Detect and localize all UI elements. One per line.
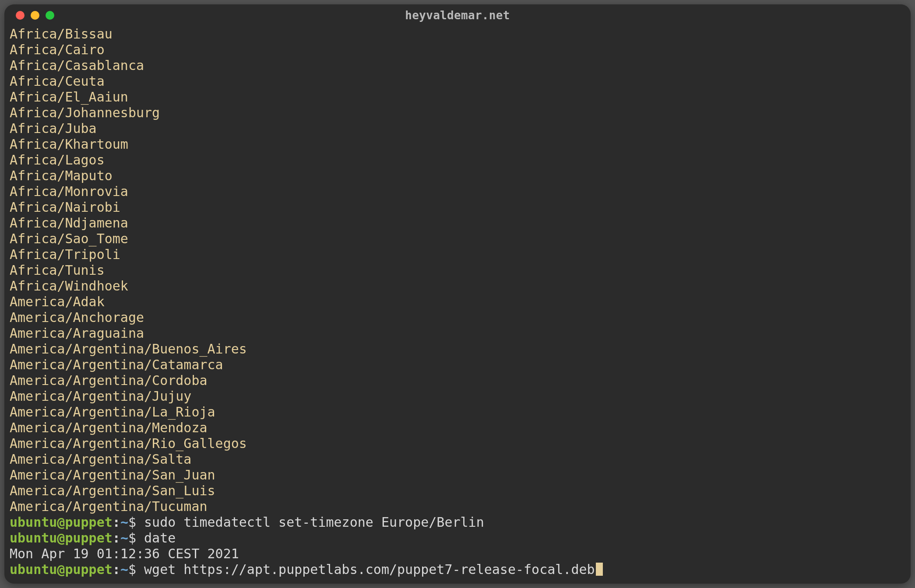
timezone-line: Africa/Ceuta (10, 74, 905, 89)
timezone-line: America/Argentina/San_Luis (10, 483, 905, 499)
timezone-line: Africa/Johannesburg (10, 105, 905, 121)
timezone-line: Africa/Windhoek (10, 278, 905, 294)
timezone-line: Africa/Tripoli (10, 247, 905, 262)
timezone-line: America/Araguaina (10, 326, 905, 341)
timezone-line: America/Adak (10, 294, 905, 310)
prompt-line: ubuntu@puppet:~$ sudo timedatectl set-ti… (10, 514, 905, 530)
timezone-line: America/Argentina/Jujuy (10, 388, 905, 404)
timezone-line: America/Argentina/Tucuman (10, 499, 905, 514)
timezone-line: America/Anchorage (10, 310, 905, 326)
current-command: wget https://apt.puppetlabs.com/puppet7-… (144, 562, 595, 577)
timezone-line: America/Argentina/Mendoza (10, 420, 905, 436)
titlebar: heyvaldemar.net (4, 4, 911, 26)
timezone-line: Africa/Lagos (10, 152, 905, 168)
timezone-line: Africa/Bissau (10, 26, 905, 42)
timezone-line: Africa/Maputo (10, 168, 905, 184)
timezone-line: Africa/Casablanca (10, 58, 905, 74)
timezone-line: Africa/Khartoum (10, 136, 905, 152)
timezone-line: Africa/Ndjamena (10, 215, 905, 231)
timezone-line: Africa/Nairobi (10, 200, 905, 215)
command-output: Mon Apr 19 01:12:36 CEST 2021 (10, 546, 905, 562)
cursor-icon (596, 563, 603, 576)
timezone-line: America/Argentina/Cordoba (10, 373, 905, 388)
terminal-body[interactable]: Africa/BissauAfrica/CairoAfrica/Casablan… (4, 26, 911, 578)
timezone-line: America/Argentina/San_Juan (10, 467, 905, 483)
timezone-line: Africa/Juba (10, 121, 905, 136)
timezone-line: Africa/Cairo (10, 42, 905, 58)
timezone-line: America/Argentina/La_Rioja (10, 404, 905, 420)
terminal-window: heyvaldemar.net Africa/BissauAfrica/Cair… (4, 4, 911, 584)
prompt-line: ubuntu@puppet:~$ date (10, 530, 905, 546)
timezone-line: America/Argentina/Salta (10, 452, 905, 467)
timezone-line: Africa/El_Aaiun (10, 89, 905, 105)
timezone-line: America/Argentina/Catamarca (10, 357, 905, 373)
timezone-line: America/Argentina/Buenos_Aires (10, 341, 905, 357)
timezone-line: Africa/Tunis (10, 262, 905, 278)
timezone-line: Africa/Sao_Tome (10, 231, 905, 247)
current-prompt-line[interactable]: ubuntu@puppet:~$ wget https://apt.puppet… (10, 562, 905, 578)
window-title: heyvaldemar.net (4, 9, 911, 22)
timezone-line: America/Argentina/Rio_Gallegos (10, 436, 905, 452)
timezone-line: Africa/Monrovia (10, 184, 905, 200)
